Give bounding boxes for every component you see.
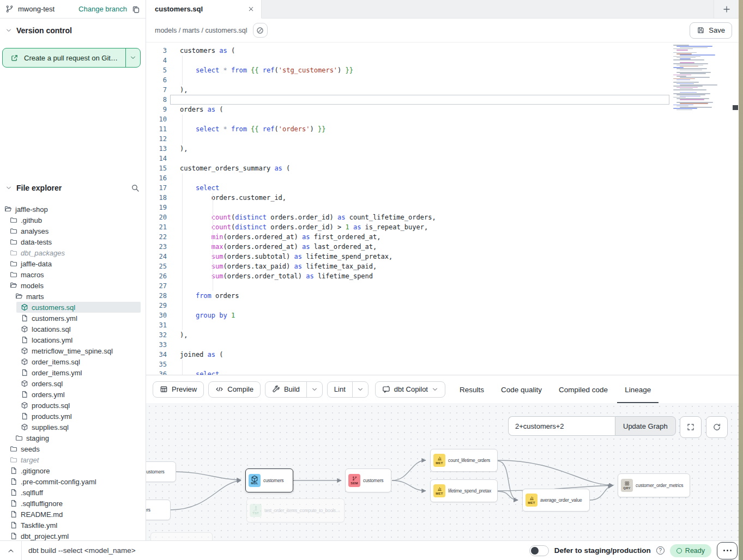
file-tree-item-README.md[interactable]: README.md (0, 509, 146, 520)
code-line-6[interactable]: 6 (146, 75, 739, 85)
more-options-button[interactable] (717, 542, 738, 559)
lineage-node-count_lifetime_orders[interactable]: METcount_lifetime_orders (430, 449, 498, 472)
file-tree-item-order-items.sql[interactable]: order_items.sql (0, 356, 146, 367)
file-tree-item-jaffle-data[interactable]: jaffle-data (0, 258, 146, 269)
command-input[interactable]: dbt build --select <model_name> (22, 546, 529, 555)
file-tree-item-.sqlfluff[interactable]: .sqlfluff (0, 487, 146, 498)
code-line-33[interactable]: 33 (146, 340, 739, 350)
code-line-30[interactable]: 30 group by 1 (146, 311, 739, 320)
file-tree-item-seeds[interactable]: seeds (0, 443, 146, 454)
editor-scrollbar-thumb[interactable] (733, 105, 738, 110)
code-line-7[interactable]: 7), (146, 85, 739, 95)
file-tree-item-data-tests[interactable]: data-tests (0, 236, 146, 247)
code-line-14[interactable]: 14 (146, 154, 739, 163)
fullscreen-button[interactable] (680, 416, 702, 438)
file-tree-item-.sqlfluffignore[interactable]: .sqlfluffignore (0, 498, 146, 509)
collapse-file-explorer-icon[interactable] (5, 185, 12, 191)
code-editor[interactable]: 3customers as (45 select * from {{ ref('… (146, 42, 739, 375)
code-line-26[interactable]: 26 sum(orders.order_total) as lifetime_s… (146, 271, 739, 281)
file-tree-item-analyses[interactable]: analyses (0, 226, 146, 236)
tab-lineage[interactable]: Lineage (625, 375, 651, 404)
copy-branch-icon[interactable] (131, 5, 140, 14)
save-button[interactable]: Save (690, 22, 732, 39)
collapse-version-control-icon[interactable] (5, 27, 12, 34)
code-line-23[interactable]: 23 max(orders.ordered_at) as last_ordere… (146, 242, 739, 252)
refresh-lineage-button[interactable] (706, 416, 728, 438)
file-tree-item-products.sql[interactable]: products.sql (0, 400, 146, 411)
code-line-16[interactable]: 16 (146, 173, 739, 183)
help-icon[interactable]: ? (656, 546, 665, 555)
defer-toggle[interactable] (529, 545, 549, 556)
file-tree-item-Taskfile.yml[interactable]: Taskfile.yml (0, 520, 146, 531)
code-line-19[interactable]: 19 (146, 203, 739, 212)
file-tree-item-target[interactable]: target (0, 454, 146, 465)
build-button[interactable]: Build (265, 381, 323, 398)
compile-button[interactable]: Compile (208, 381, 261, 398)
editor-minimap[interactable] (673, 45, 720, 112)
file-tree-item-.pre-commit-config.yaml[interactable]: .pre-commit-config.yaml (0, 476, 146, 487)
code-line-12[interactable]: 12 (146, 134, 739, 144)
code-line-21[interactable]: 21 count(distinct orders.order_id) > 1 a… (146, 222, 739, 232)
file-tree-item-models[interactable]: models (0, 280, 146, 291)
code-line-32[interactable]: 32), (146, 330, 739, 340)
code-line-22[interactable]: 22 min(orders.ordered_at) as first_order… (146, 232, 739, 242)
file-tree-item-metricflow-time-spine.sql[interactable]: metricflow_time_spine.sql (0, 345, 146, 356)
tab-customers-sql[interactable]: customers.sql (146, 0, 262, 19)
code-line-28[interactable]: 28 from orders (146, 291, 739, 301)
build-dropdown[interactable] (306, 382, 322, 397)
file-tree-item-macros[interactable]: macros (0, 269, 146, 280)
code-line-4[interactable]: 4 (146, 56, 739, 65)
file-tree-item-marts[interactable]: marts (0, 291, 146, 302)
code-line-9[interactable]: 9orders as ( (146, 105, 739, 114)
code-line-8[interactable]: 8 (146, 95, 739, 105)
change-branch-link[interactable]: Change branch (78, 5, 127, 13)
code-line-34[interactable]: 34joined as ( (146, 350, 739, 360)
code-line-17[interactable]: 17 select (146, 183, 739, 193)
tab-code-quality[interactable]: Code quality (501, 375, 542, 404)
code-line-18[interactable]: 18 orders.customer_id, (146, 193, 739, 203)
search-icon[interactable] (131, 184, 140, 192)
update-graph-button[interactable]: Update Graph (615, 416, 676, 436)
new-tab-button[interactable] (714, 0, 739, 18)
code-line-3[interactable]: 3customers as ( (146, 46, 739, 56)
lineage-node-average_order_value[interactable]: METaverage_order_value (522, 489, 590, 512)
file-tree-item-orders.sql[interactable]: orders.sql (0, 378, 146, 389)
lineage-node-stub-node[interactable] (150, 532, 213, 540)
file-tree-item-.gitignore[interactable]: .gitignore (0, 465, 146, 476)
code-line-20[interactable]: 20 count(distinct orders.order_id) as co… (146, 212, 739, 222)
code-line-36[interactable]: 36 select (146, 369, 739, 375)
code-line-5[interactable]: 5 select * from {{ ref('stg_customers') … (146, 65, 739, 75)
code-line-31[interactable]: 31 (146, 320, 739, 330)
file-tree-item-order-items.yml[interactable]: order_items.yml (0, 367, 146, 378)
collapse-command-bar-button[interactable] (0, 541, 22, 560)
file-tree-item-.github[interactable]: .github (0, 215, 146, 226)
lineage-node-customers-mdl[interactable]: MDLcustomers (245, 468, 293, 492)
file-tree-item-orders.yml[interactable]: orders.yml (0, 389, 146, 400)
file-tree-item-customers.sql[interactable]: customers.sql (16, 302, 141, 313)
lineage-node-customers-sem[interactable]: SEMcustomers (345, 468, 391, 492)
lineage-node-stg_customers[interactable]: MDLstg_customers (146, 461, 176, 482)
code-line-11[interactable]: 11 select * from {{ ref('orders') }} (146, 124, 739, 134)
lineage-node-customer_order_metrics[interactable]: QRYcustomer_order_metrics (618, 473, 690, 497)
create-pr-dropdown[interactable] (126, 48, 140, 67)
code-line-24[interactable]: 24 sum(orders.subtotal) as lifetime_spen… (146, 252, 739, 261)
code-line-15[interactable]: 15customer_orders_summary as ( (146, 163, 739, 173)
code-line-13[interactable]: 13), (146, 144, 739, 154)
lint-button[interactable]: Lint (327, 381, 369, 398)
lineage-node-orders-src[interactable]: MDLorders (146, 500, 171, 520)
status-ready-badge[interactable]: Ready (670, 544, 711, 557)
code-line-27[interactable]: 27 (146, 281, 739, 291)
lint-dropdown[interactable] (352, 382, 368, 397)
preview-button[interactable]: Preview (153, 381, 204, 398)
lineage-node-lifetime_spend_pretax[interactable]: METlifetime_spend_pretax (430, 479, 498, 502)
code-line-35[interactable]: 35 (146, 360, 739, 369)
create-pr-button[interactable]: Create a pull request on Git… (2, 48, 141, 68)
file-tree-item-customers.yml[interactable]: customers.yml (0, 313, 146, 324)
code-line-25[interactable]: 25 sum(orders.tax_paid) as lifetime_tax_… (146, 261, 739, 271)
close-tab-icon[interactable] (247, 5, 255, 13)
dbt-copilot-button[interactable]: dbt Copilot (375, 381, 445, 398)
file-tree-item-dbt-packages[interactable]: dbt_packages (0, 247, 146, 258)
lineage-node-test-node[interactable]: TSTtest_order_items_compute_to_bools… (246, 498, 345, 522)
file-tree-item-staging[interactable]: staging (0, 433, 146, 443)
copilot-context-button[interactable] (253, 23, 268, 38)
